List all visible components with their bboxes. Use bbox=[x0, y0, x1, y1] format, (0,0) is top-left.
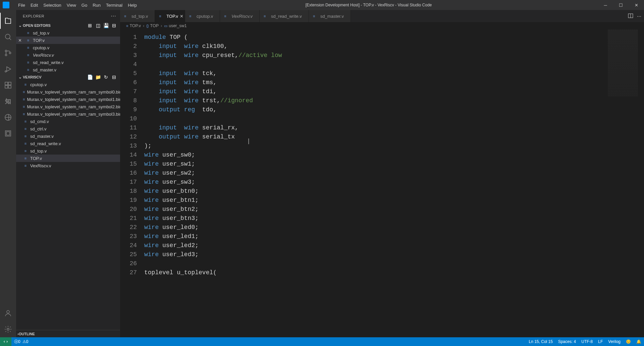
file-tree-item[interactable]: ≡sd_ctrl.v bbox=[16, 125, 120, 132]
menu-help[interactable]: Help bbox=[125, 0, 140, 10]
code-content[interactable]: module TOP ( input wire clk100, input wi… bbox=[144, 30, 644, 337]
editor-scrollbar[interactable] bbox=[639, 30, 644, 337]
breadcrumb-symbol[interactable]: user_sw1 bbox=[169, 23, 187, 28]
collapse-all-icon[interactable]: ⊟ bbox=[111, 74, 117, 80]
accounts-activity[interactable] bbox=[0, 305, 16, 321]
file-tree-item[interactable]: ≡sd_read_write.v bbox=[16, 140, 120, 147]
file-tree-item[interactable]: ≡sd_master.v bbox=[16, 132, 120, 140]
breadcrumb-file[interactable]: TOP.v bbox=[129, 23, 141, 28]
open-editor-item[interactable]: ≡VexRiscv.v bbox=[16, 51, 120, 59]
refresh-icon[interactable]: ↻ bbox=[103, 74, 109, 80]
editor-tab[interactable]: ≡sd_top.v bbox=[120, 10, 155, 22]
zhihu-activity[interactable]: 知 bbox=[0, 93, 16, 109]
menu-selection[interactable]: Selection bbox=[41, 0, 64, 10]
settings-activity[interactable] bbox=[0, 321, 16, 337]
file-tree-item[interactable]: ≡TOP.v bbox=[16, 155, 120, 162]
sidebar-more-icon[interactable]: ⋯ bbox=[111, 13, 116, 19]
open-editor-item[interactable]: ≡sd_top.v bbox=[16, 29, 120, 37]
explorer-activity[interactable] bbox=[0, 13, 16, 29]
close-button[interactable]: ✕ bbox=[629, 0, 644, 10]
feedback-icon[interactable]: 😊 bbox=[623, 337, 634, 346]
file-icon: ≡ bbox=[25, 38, 31, 43]
editor-tab[interactable]: ≡cputop.v bbox=[185, 10, 220, 22]
file-label: sd_read_write.v bbox=[33, 60, 64, 65]
editor-tab[interactable]: ≡sd_master.v bbox=[309, 10, 351, 22]
file-tree-item[interactable]: ≡VexRiscv.v bbox=[16, 162, 120, 169]
close-icon[interactable]: ✕ bbox=[180, 14, 183, 19]
file-tree-item[interactable]: ≡sd_top.v bbox=[16, 147, 120, 155]
file-tree-item[interactable]: ≡Murax.v_toplevel_system_ram_ram_symbol1… bbox=[16, 96, 120, 103]
toggle-layout-icon[interactable]: ◫ bbox=[95, 22, 101, 29]
save-all-icon[interactable]: 💾 bbox=[103, 22, 109, 29]
encoding-status[interactable]: UTF-8 bbox=[579, 337, 595, 346]
editor-tab[interactable]: ≡VexRiscv.v bbox=[220, 10, 260, 22]
editor-tabs: ≡sd_top.v≡TOP.v✕≡cputop.v≡VexRiscv.v≡sd_… bbox=[120, 10, 644, 22]
text-cursor: | bbox=[247, 137, 251, 146]
file-tree-item[interactable]: ≡sd_cmd.v bbox=[16, 118, 120, 125]
file-icon: ≡ bbox=[23, 156, 28, 161]
menu-view[interactable]: View bbox=[64, 0, 79, 10]
menu-terminal[interactable]: Terminal bbox=[103, 0, 125, 10]
file-label: sd_top.v bbox=[33, 31, 49, 36]
notifications-icon[interactable]: 🔔 bbox=[634, 337, 644, 346]
menu-edit[interactable]: Edit bbox=[28, 0, 41, 10]
file-tree-item[interactable]: ≡Murax.v_toplevel_system_ram_ram_symbol0… bbox=[16, 88, 120, 96]
problems-status[interactable]: ⓧ 0 ⚠ 0 bbox=[11, 337, 31, 346]
remote-indicator[interactable] bbox=[0, 337, 11, 346]
new-untitled-icon[interactable]: ⊞ bbox=[87, 22, 93, 29]
extensions-activity[interactable] bbox=[0, 77, 16, 93]
file-icon: ≡ bbox=[224, 14, 229, 18]
tab-label: sd_read_write.v bbox=[271, 14, 302, 19]
file-tree-item[interactable]: ≡Murax.v_toplevel_system_ram_ram_symbol3… bbox=[16, 110, 120, 118]
file-tree-item[interactable]: ≡cputop.v bbox=[16, 81, 120, 88]
status-bar: ⓧ 0 ⚠ 0 Ln 15, Col 15 Spaces: 4 UTF-8 LF… bbox=[0, 337, 644, 346]
cursor-position-status[interactable]: Ln 15, Col 15 bbox=[526, 337, 555, 346]
open-editor-item[interactable]: ≡cputop.v bbox=[16, 44, 120, 51]
line-numbers: 1234567891011121314151617181920212223242… bbox=[120, 30, 144, 337]
file-icon: ≡ bbox=[23, 119, 28, 124]
sidebar-title: EXPLORER bbox=[23, 14, 44, 18]
svg-point-0 bbox=[5, 34, 10, 39]
open-editors-label: OPEN EDITORS bbox=[23, 23, 51, 27]
svg-point-12 bbox=[7, 310, 9, 313]
close-all-icon[interactable]: ⊟ bbox=[111, 22, 117, 29]
eol-status[interactable]: LF bbox=[595, 337, 605, 346]
menu-go[interactable]: Go bbox=[79, 0, 90, 10]
more-actions-icon[interactable]: ⋯ bbox=[637, 14, 641, 19]
breadcrumbs[interactable]: ≡ TOP.v › {} TOP › ▭ user_sw1 bbox=[120, 22, 644, 30]
title-bar: FileEditSelectionViewGoRunTerminalHelp [… bbox=[0, 0, 644, 10]
new-file-icon[interactable]: 📄 bbox=[87, 74, 93, 80]
file-label: cputop.v bbox=[30, 82, 47, 87]
split-editor-icon[interactable] bbox=[628, 13, 634, 20]
open-editor-item[interactable]: ≡sd_read_write.v bbox=[16, 59, 120, 66]
run-debug-activity[interactable] bbox=[0, 61, 16, 77]
open-editors-header[interactable]: ⌄ OPEN EDITORS ⊞ ◫ 💾 ⊟ bbox=[16, 22, 120, 29]
breadcrumb-symbol[interactable]: TOP bbox=[150, 23, 159, 28]
file-label: Murax.v_toplevel_system_ram_ram_symbol1.… bbox=[27, 97, 120, 102]
file-icon: ≡ bbox=[264, 14, 269, 18]
file-label: sd_top.v bbox=[30, 149, 47, 154]
outline-header[interactable]: › OUTLINE bbox=[16, 330, 120, 337]
file-icon: ≡ bbox=[25, 52, 31, 58]
language-status[interactable]: Verilog bbox=[605, 337, 623, 346]
indentation-status[interactable]: Spaces: 4 bbox=[555, 337, 579, 346]
menu-run[interactable]: Run bbox=[90, 0, 103, 10]
project-header[interactable]: ⌄ VEXRISCV 📄 📁 ↻ ⊟ bbox=[16, 73, 120, 81]
minimap[interactable] bbox=[608, 30, 638, 97]
editor-tab[interactable]: ≡TOP.v✕ bbox=[155, 10, 185, 22]
file-tree-item[interactable]: ≡Murax.v_toplevel_system_ram_ram_symbol2… bbox=[16, 103, 120, 110]
code-editor[interactable]: 1234567891011121314151617181920212223242… bbox=[120, 30, 644, 337]
minimize-button[interactable]: ─ bbox=[598, 0, 613, 10]
layout-activity[interactable] bbox=[0, 125, 16, 141]
source-control-activity[interactable] bbox=[0, 45, 16, 61]
new-folder-icon[interactable]: 📁 bbox=[95, 74, 101, 80]
search-activity[interactable] bbox=[0, 29, 16, 45]
close-icon[interactable]: ✕ bbox=[18, 38, 22, 43]
open-editor-item[interactable]: ≡sd_master.v bbox=[16, 66, 120, 73]
menu-file[interactable]: File bbox=[15, 0, 28, 10]
maximize-button[interactable]: ☐ bbox=[613, 0, 629, 10]
open-editor-item[interactable]: ✕≡TOP.v bbox=[16, 37, 120, 44]
environment-activity[interactable] bbox=[0, 109, 16, 125]
file-icon: ≡ bbox=[25, 67, 31, 72]
editor-tab[interactable]: ≡sd_read_write.v bbox=[260, 10, 309, 22]
